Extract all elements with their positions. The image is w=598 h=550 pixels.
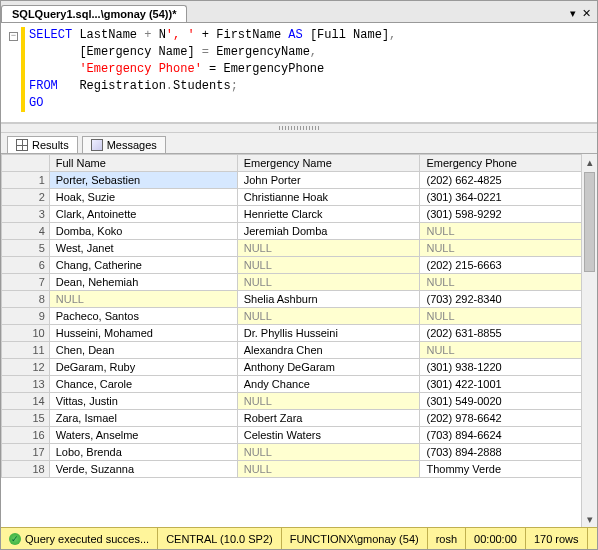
cell[interactable]: NULL <box>420 274 597 291</box>
table-row[interactable]: 10Husseini, MohamedDr. Phyllis Husseini(… <box>2 325 597 342</box>
cell[interactable]: DeGaram, Ruby <box>49 359 237 376</box>
row-number[interactable]: 7 <box>2 274 50 291</box>
cell[interactable]: Chen, Dean <box>49 342 237 359</box>
row-number[interactable]: 14 <box>2 393 50 410</box>
cell[interactable]: West, Janet <box>49 240 237 257</box>
cell[interactable]: Pacheco, Santos <box>49 308 237 325</box>
cell[interactable]: Chang, Catherine <box>49 257 237 274</box>
cell[interactable]: Domba, Koko <box>49 223 237 240</box>
col-emergency-name[interactable]: Emergency Name <box>237 155 420 172</box>
scroll-up-icon[interactable]: ▴ <box>582 154 597 170</box>
table-row[interactable]: 7Dean, NehemiahNULLNULL <box>2 274 597 291</box>
table-row[interactable]: 2Hoak, SuzieChristianne Hoak(301) 364-02… <box>2 189 597 206</box>
cell[interactable]: NULL <box>49 291 237 308</box>
table-row[interactable]: 5West, JanetNULLNULL <box>2 240 597 257</box>
cell[interactable]: NULL <box>420 308 597 325</box>
row-number[interactable]: 10 <box>2 325 50 342</box>
cell[interactable]: (202) 631-8855 <box>420 325 597 342</box>
row-number[interactable]: 9 <box>2 308 50 325</box>
cell[interactable]: (301) 938-1220 <box>420 359 597 376</box>
row-number[interactable]: 16 <box>2 427 50 444</box>
table-row[interactable]: 8NULLShelia Ashburn(703) 292-8340 <box>2 291 597 308</box>
sql-code[interactable]: SELECT LastName + N', ' + FirstName AS [… <box>29 27 593 118</box>
cell[interactable]: NULL <box>237 461 420 478</box>
cell[interactable]: (202) 215-6663 <box>420 257 597 274</box>
cell[interactable]: (703) 894-6624 <box>420 427 597 444</box>
cell[interactable]: John Porter <box>237 172 420 189</box>
table-row[interactable]: 14Vittas, JustinNULL(301) 549-0020 <box>2 393 597 410</box>
cell[interactable]: Celestin Waters <box>237 427 420 444</box>
cell[interactable]: Christianne Hoak <box>237 189 420 206</box>
table-row[interactable]: 12DeGaram, RubyAnthony DeGaram(301) 938-… <box>2 359 597 376</box>
table-row[interactable]: 4Domba, KokoJeremiah DombaNULL <box>2 223 597 240</box>
table-row[interactable]: 9Pacheco, SantosNULLNULL <box>2 308 597 325</box>
document-tab[interactable]: SQLQuery1.sql...\gmonay (54))* <box>1 5 187 22</box>
table-row[interactable]: 11Chen, DeanAlexandra ChenNULL <box>2 342 597 359</box>
cell[interactable]: (301) 549-0020 <box>420 393 597 410</box>
cell[interactable]: NULL <box>420 240 597 257</box>
tab-dropdown-icon[interactable]: ▾ <box>570 7 576 20</box>
cell[interactable]: Vittas, Justin <box>49 393 237 410</box>
cell[interactable]: NULL <box>420 342 597 359</box>
cell[interactable]: Thommy Verde <box>420 461 597 478</box>
cell[interactable]: NULL <box>420 223 597 240</box>
table-row[interactable]: 17Lobo, BrendaNULL(703) 894-2888 <box>2 444 597 461</box>
table-row[interactable]: 3Clark, AntoinetteHenriette Clarck(301) … <box>2 206 597 223</box>
cell[interactable]: Verde, Suzanna <box>49 461 237 478</box>
row-number[interactable]: 15 <box>2 410 50 427</box>
cell[interactable]: (202) 662-4825 <box>420 172 597 189</box>
cell[interactable]: (202) 978-6642 <box>420 410 597 427</box>
cell[interactable]: Henriette Clarck <box>237 206 420 223</box>
close-icon[interactable]: ✕ <box>582 7 591 20</box>
cell[interactable]: Andy Chance <box>237 376 420 393</box>
cell[interactable]: Porter, Sebastien <box>49 172 237 189</box>
cell[interactable]: Husseini, Mohamed <box>49 325 237 342</box>
cell[interactable]: Anthony DeGaram <box>237 359 420 376</box>
row-number[interactable]: 3 <box>2 206 50 223</box>
sql-editor[interactable]: − SELECT LastName + N', ' + FirstName AS… <box>1 23 597 123</box>
cell[interactable]: Jeremiah Domba <box>237 223 420 240</box>
cell[interactable]: (301) 422-1001 <box>420 376 597 393</box>
fold-toggle-icon[interactable]: − <box>9 32 18 41</box>
table-row[interactable]: 18Verde, SuzannaNULLThommy Verde <box>2 461 597 478</box>
cell[interactable]: Dean, Nehemiah <box>49 274 237 291</box>
cell[interactable]: Chance, Carole <box>49 376 237 393</box>
cell[interactable]: Shelia Ashburn <box>237 291 420 308</box>
table-row[interactable]: 6Chang, CatherineNULL(202) 215-6663 <box>2 257 597 274</box>
results-grid[interactable]: Full Name Emergency Name Emergency Phone… <box>1 154 597 478</box>
row-number[interactable]: 2 <box>2 189 50 206</box>
row-number[interactable]: 5 <box>2 240 50 257</box>
results-grid-container[interactable]: Full Name Emergency Name Emergency Phone… <box>1 154 597 527</box>
cell[interactable]: NULL <box>237 257 420 274</box>
tab-messages[interactable]: Messages <box>82 136 166 153</box>
cell[interactable]: NULL <box>237 393 420 410</box>
scroll-thumb[interactable] <box>584 172 595 272</box>
scroll-down-icon[interactable]: ▾ <box>582 511 597 527</box>
cell[interactable]: Alexandra Chen <box>237 342 420 359</box>
row-number[interactable]: 11 <box>2 342 50 359</box>
cell[interactable]: Waters, Anselme <box>49 427 237 444</box>
cell[interactable]: (301) 364-0221 <box>420 189 597 206</box>
col-full-name[interactable]: Full Name <box>49 155 237 172</box>
rownum-header[interactable] <box>2 155 50 172</box>
cell[interactable]: Robert Zara <box>237 410 420 427</box>
col-emergency-phone[interactable]: Emergency Phone <box>420 155 597 172</box>
row-number[interactable]: 18 <box>2 461 50 478</box>
cell[interactable]: Hoak, Suzie <box>49 189 237 206</box>
cell[interactable]: (703) 292-8340 <box>420 291 597 308</box>
cell[interactable]: (301) 598-9292 <box>420 206 597 223</box>
row-number[interactable]: 12 <box>2 359 50 376</box>
vertical-scrollbar[interactable]: ▴ ▾ <box>581 154 597 527</box>
table-row[interactable]: 15Zara, IsmaelRobert Zara(202) 978-6642 <box>2 410 597 427</box>
row-number[interactable]: 1 <box>2 172 50 189</box>
table-row[interactable]: 13Chance, CaroleAndy Chance(301) 422-100… <box>2 376 597 393</box>
table-row[interactable]: 16Waters, AnselmeCelestin Waters(703) 89… <box>2 427 597 444</box>
row-number[interactable]: 17 <box>2 444 50 461</box>
cell[interactable]: NULL <box>237 274 420 291</box>
cell[interactable]: (703) 894-2888 <box>420 444 597 461</box>
cell[interactable]: NULL <box>237 240 420 257</box>
cell[interactable]: Lobo, Brenda <box>49 444 237 461</box>
table-row[interactable]: 1Porter, SebastienJohn Porter(202) 662-4… <box>2 172 597 189</box>
cell[interactable]: NULL <box>237 444 420 461</box>
row-number[interactable]: 13 <box>2 376 50 393</box>
